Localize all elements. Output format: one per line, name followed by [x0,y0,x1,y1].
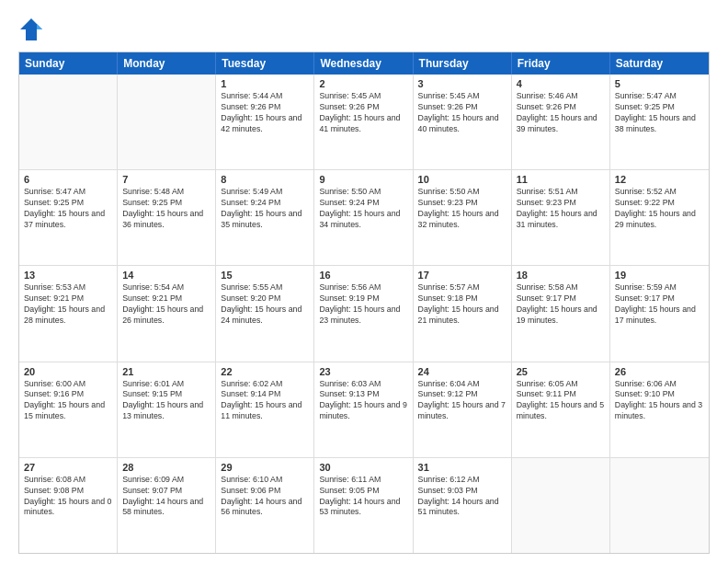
calendar-cell: 16Sunrise: 5:56 AMSunset: 9:19 PMDayligh… [314,266,413,361]
cell-info: Sunrise: 6:09 AMSunset: 9:07 PMDaylight:… [122,475,210,519]
calendar-cell: 12Sunrise: 5:52 AMSunset: 9:22 PMDayligh… [610,170,709,265]
day-number: 17 [418,270,506,281]
cell-info: Sunrise: 6:10 AMSunset: 9:06 PMDaylight:… [221,475,309,519]
calendar-cell [118,75,216,169]
calendar-cell: 23Sunrise: 6:03 AMSunset: 9:13 PMDayligh… [314,362,413,457]
cell-info: Sunrise: 6:04 AMSunset: 9:12 PMDaylight:… [418,379,506,423]
calendar-cell: 31Sunrise: 6:12 AMSunset: 9:03 PMDayligh… [414,458,512,553]
cell-info: Sunrise: 5:52 AMSunset: 9:22 PMDaylight:… [615,187,704,231]
day-number: 18 [517,270,605,281]
logo [18,17,48,42]
day-number: 23 [319,366,407,377]
calendar-row-3: 13Sunrise: 5:53 AMSunset: 9:21 PMDayligh… [19,266,709,362]
calendar: SundayMondayTuesdayWednesdayThursdayFrid… [18,52,710,554]
calendar-header-row: SundayMondayTuesdayWednesdayThursdayFrid… [19,52,709,75]
day-number: 1 [221,78,309,89]
cell-info: Sunrise: 5:57 AMSunset: 9:18 PMDaylight:… [418,282,506,327]
header [18,17,710,42]
cell-info: Sunrise: 5:51 AMSunset: 9:23 PMDaylight:… [517,187,605,231]
cell-info: Sunrise: 6:05 AMSunset: 9:11 PMDaylight:… [517,379,605,423]
calendar-cell: 15Sunrise: 5:55 AMSunset: 9:20 PMDayligh… [216,266,314,361]
day-number: 15 [221,270,309,281]
day-number: 19 [615,270,704,281]
header-cell-monday: Monday [118,52,216,75]
cell-info: Sunrise: 5:58 AMSunset: 9:17 PMDaylight:… [517,282,605,327]
calendar-cell: 17Sunrise: 5:57 AMSunset: 9:18 PMDayligh… [414,266,512,361]
cell-info: Sunrise: 5:50 AMSunset: 9:24 PMDaylight:… [319,187,407,231]
day-number: 20 [24,366,112,377]
cell-info: Sunrise: 5:49 AMSunset: 9:24 PMDaylight:… [221,187,309,231]
calendar-cell: 6Sunrise: 5:47 AMSunset: 9:25 PMDaylight… [19,170,118,265]
day-number: 14 [122,270,210,281]
day-number: 8 [221,174,309,185]
cell-info: Sunrise: 6:00 AMSunset: 9:16 PMDaylight:… [24,379,112,423]
calendar-cell [610,458,709,553]
day-number: 31 [418,462,506,473]
day-number: 12 [615,174,704,185]
cell-info: Sunrise: 5:59 AMSunset: 9:17 PMDaylight:… [615,282,704,327]
cell-info: Sunrise: 5:45 AMSunset: 9:26 PMDaylight:… [418,91,506,135]
day-number: 4 [517,78,605,89]
calendar-cell: 8Sunrise: 5:49 AMSunset: 9:24 PMDaylight… [216,170,314,265]
cell-info: Sunrise: 6:08 AMSunset: 9:08 PMDaylight:… [24,475,112,519]
calendar-cell: 20Sunrise: 6:00 AMSunset: 9:16 PMDayligh… [19,362,118,457]
calendar-cell: 2Sunrise: 5:45 AMSunset: 9:26 PMDaylight… [314,75,413,169]
cell-info: Sunrise: 6:01 AMSunset: 9:15 PMDaylight:… [122,379,210,423]
day-number: 5 [615,78,704,89]
day-number: 3 [418,78,506,89]
header-cell-tuesday: Tuesday [216,52,314,75]
calendar-cell: 3Sunrise: 5:45 AMSunset: 9:26 PMDaylight… [414,75,512,169]
day-number: 9 [319,174,407,185]
calendar-cell: 13Sunrise: 5:53 AMSunset: 9:21 PMDayligh… [19,266,118,361]
calendar-cell: 1Sunrise: 5:44 AMSunset: 9:26 PMDaylight… [216,75,314,169]
cell-info: Sunrise: 6:02 AMSunset: 9:14 PMDaylight:… [221,379,309,423]
cell-info: Sunrise: 5:54 AMSunset: 9:21 PMDaylight:… [122,282,210,327]
header-cell-friday: Friday [512,52,610,75]
cell-info: Sunrise: 6:03 AMSunset: 9:13 PMDaylight:… [319,379,407,423]
calendar-cell: 29Sunrise: 6:10 AMSunset: 9:06 PMDayligh… [216,458,314,553]
header-cell-saturday: Saturday [610,52,709,75]
day-number: 13 [24,270,112,281]
calendar-cell: 25Sunrise: 6:05 AMSunset: 9:11 PMDayligh… [512,362,610,457]
calendar-cell: 26Sunrise: 6:06 AMSunset: 9:10 PMDayligh… [610,362,709,457]
day-number: 7 [122,174,210,185]
calendar-cell: 19Sunrise: 5:59 AMSunset: 9:17 PMDayligh… [610,266,709,361]
calendar-cell: 9Sunrise: 5:50 AMSunset: 9:24 PMDaylight… [314,170,413,265]
day-number: 16 [319,270,407,281]
cell-info: Sunrise: 5:45 AMSunset: 9:26 PMDaylight:… [319,91,407,135]
header-cell-thursday: Thursday [414,52,512,75]
cell-info: Sunrise: 6:12 AMSunset: 9:03 PMDaylight:… [418,475,506,519]
day-number: 10 [418,174,506,185]
calendar-cell [19,75,118,169]
cell-info: Sunrise: 6:06 AMSunset: 9:10 PMDaylight:… [615,379,704,423]
calendar-cell: 22Sunrise: 6:02 AMSunset: 9:14 PMDayligh… [216,362,314,457]
day-number: 6 [24,174,112,185]
calendar-row-4: 20Sunrise: 6:00 AMSunset: 9:16 PMDayligh… [19,362,709,458]
calendar-cell: 4Sunrise: 5:46 AMSunset: 9:26 PMDaylight… [512,75,610,169]
cell-info: Sunrise: 5:53 AMSunset: 9:21 PMDaylight:… [24,282,112,327]
cell-info: Sunrise: 5:46 AMSunset: 9:26 PMDaylight:… [517,91,605,135]
header-cell-wednesday: Wednesday [314,52,413,75]
calendar-row-5: 27Sunrise: 6:08 AMSunset: 9:08 PMDayligh… [19,458,709,553]
calendar-cell [512,458,610,553]
day-number: 26 [615,366,704,377]
page: SundayMondayTuesdayWednesdayThursdayFrid… [0,0,728,563]
calendar-cell: 7Sunrise: 5:48 AMSunset: 9:25 PMDaylight… [118,170,216,265]
calendar-cell: 18Sunrise: 5:58 AMSunset: 9:17 PMDayligh… [512,266,610,361]
calendar-row-2: 6Sunrise: 5:47 AMSunset: 9:25 PMDaylight… [19,170,709,266]
day-number: 11 [517,174,605,185]
cell-info: Sunrise: 5:56 AMSunset: 9:19 PMDaylight:… [319,282,407,327]
calendar-cell: 28Sunrise: 6:09 AMSunset: 9:07 PMDayligh… [118,458,216,553]
day-number: 28 [122,462,210,473]
cell-info: Sunrise: 6:11 AMSunset: 9:05 PMDaylight:… [319,475,407,519]
svg-marker-1 [37,24,42,29]
calendar-row-1: 1Sunrise: 5:44 AMSunset: 9:26 PMDaylight… [19,75,709,170]
day-number: 24 [418,366,506,377]
cell-info: Sunrise: 5:47 AMSunset: 9:25 PMDaylight:… [24,187,112,231]
calendar-cell: 21Sunrise: 6:01 AMSunset: 9:15 PMDayligh… [118,362,216,457]
logo-icon [18,17,44,42]
calendar-cell: 27Sunrise: 6:08 AMSunset: 9:08 PMDayligh… [19,458,118,553]
calendar-cell: 11Sunrise: 5:51 AMSunset: 9:23 PMDayligh… [512,170,610,265]
cell-info: Sunrise: 5:44 AMSunset: 9:26 PMDaylight:… [221,91,309,135]
calendar-cell: 24Sunrise: 6:04 AMSunset: 9:12 PMDayligh… [414,362,512,457]
